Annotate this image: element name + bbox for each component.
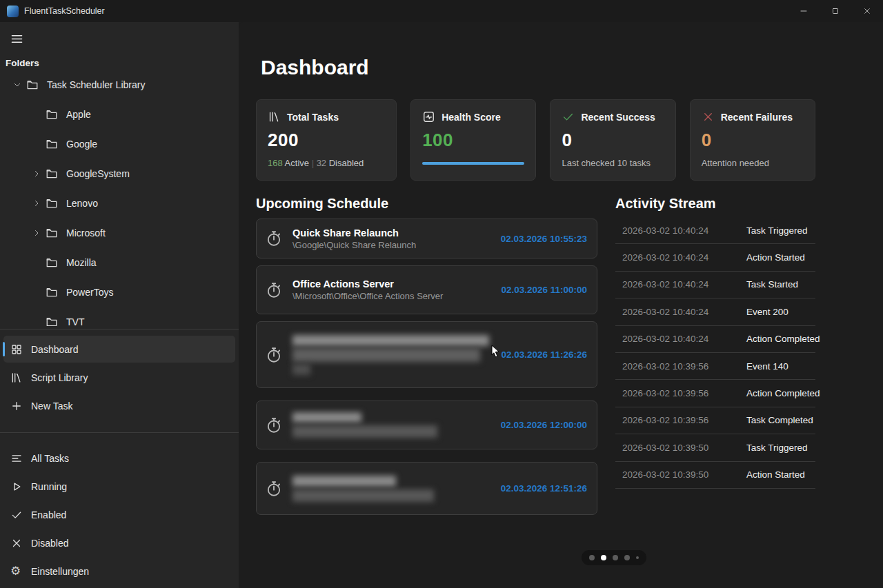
card-subtext: 168 Active | 32 Disabled xyxy=(268,158,385,168)
card-label: Recent Success xyxy=(581,112,655,123)
folder-icon xyxy=(46,227,66,239)
sidebar-item-label: Running xyxy=(31,481,67,492)
activity-event: Event 140 xyxy=(738,361,815,372)
chevron-right-icon[interactable] xyxy=(32,199,41,207)
window-title: FluentTaskScheduler xyxy=(24,6,105,16)
activity-row: 2026-03-02 10:39:50 Action Started xyxy=(615,462,815,489)
title-bar: FluentTaskScheduler xyxy=(0,0,883,22)
hamburger-menu-button[interactable] xyxy=(4,29,29,48)
play-icon xyxy=(10,480,31,493)
card-label: Total Tasks xyxy=(287,112,339,123)
activity-row: 2026-03-02 10:39:50 Task Triggered xyxy=(615,434,815,461)
activity-row: 2026-03-02 10:40:24 Action Started xyxy=(615,244,815,271)
minimize-icon xyxy=(800,7,808,15)
tree-item-lenovo[interactable]: Lenovo xyxy=(0,188,239,218)
task-path: \Google\Quick Share Relaunch xyxy=(292,240,494,250)
stat-card-recent-success: Recent Success 0 Last checked 10 tasks xyxy=(550,99,675,181)
close-icon xyxy=(863,7,871,15)
app-logo-icon xyxy=(7,6,19,17)
tree-item-label: TVT xyxy=(66,316,84,327)
carousel-dot-2[interactable] xyxy=(601,555,606,560)
activity-event: Task Triggered xyxy=(738,225,815,236)
chevron-right-icon[interactable] xyxy=(32,170,41,178)
stat-card-total-tasks: Total Tasks 200 168 Active | 32 Disabled xyxy=(256,99,397,181)
minimize-button[interactable] xyxy=(788,0,820,22)
sidebar-item-dashboard[interactable]: Dashboard xyxy=(3,336,235,363)
schedule-item[interactable]: 02.03.2026 12:00:00 xyxy=(256,401,597,449)
folder-icon xyxy=(46,316,66,327)
task-path: \Microsoft\Office\Office Actions Server xyxy=(292,291,494,301)
sidebar-divider xyxy=(0,329,239,330)
tree-item-label: GoogleSystem xyxy=(66,168,130,179)
folder-icon xyxy=(26,79,47,91)
chevron-down-icon[interactable] xyxy=(13,81,21,89)
activity-timestamp: 2026-03-02 10:39:56 xyxy=(622,361,738,372)
carousel-dot-5[interactable] xyxy=(636,556,639,559)
schedule-item[interactable]: 02.03.2026 12:51:26 xyxy=(256,462,597,515)
chevron-right-icon[interactable] xyxy=(32,229,41,237)
sidebar-item-enabled[interactable]: Enabled xyxy=(3,501,235,528)
nav-secondary: All Tasks Running Enabled Disabled ⚙ Ein… xyxy=(0,441,239,588)
task-name: Office Actions Server xyxy=(292,278,494,290)
tree-item-label: Mozilla xyxy=(66,257,97,268)
tree-item-microsoft[interactable]: Microsoft xyxy=(0,218,239,247)
library-icon xyxy=(268,110,281,123)
folders-heading: Folders xyxy=(6,58,239,68)
card-label: Recent Failures xyxy=(721,112,793,123)
selection-accent-bar xyxy=(3,370,5,385)
stat-card-recent-failures: Recent Failures 0 Attention needed xyxy=(690,99,815,181)
maximize-button[interactable] xyxy=(820,0,851,22)
activity-event: Action Started xyxy=(738,469,815,480)
tree-item-powertoys[interactable]: PowerToys xyxy=(0,277,239,307)
tree-item-mozilla[interactable]: Mozilla xyxy=(0,247,239,277)
folder-icon xyxy=(46,286,66,298)
tree-item-google[interactable]: Google xyxy=(0,129,239,159)
window-controls xyxy=(788,0,883,22)
sidebar-item-disabled[interactable]: Disabled xyxy=(3,529,235,556)
sidebar-item-label: All Tasks xyxy=(31,453,69,464)
activity-event: Action Completed xyxy=(738,334,820,344)
stopwatch-icon xyxy=(265,281,292,299)
sidebar-item-running[interactable]: Running xyxy=(3,473,235,500)
gear-icon: ⚙ xyxy=(10,565,31,578)
activity-timestamp: 2026-03-02 10:39:50 xyxy=(622,469,738,480)
dashboard-grid-icon xyxy=(10,343,31,356)
sidebar-item-label: Enabled xyxy=(31,509,66,520)
sidebar-item-label: Script Library xyxy=(31,372,88,383)
sidebar-item-label: Disabled xyxy=(31,538,68,549)
activity-event: Action Started xyxy=(738,252,815,263)
carousel-dot-4[interactable] xyxy=(624,555,630,560)
tree-item-googlesystem[interactable]: GoogleSystem xyxy=(0,159,239,188)
app-window: FluentTaskScheduler Folders Task Schedul… xyxy=(0,0,883,588)
upcoming-schedule-title: Upcoming Schedule xyxy=(256,196,597,212)
tree-item-label: Google xyxy=(66,139,97,150)
folder-icon xyxy=(46,138,66,150)
stopwatch-icon xyxy=(265,480,292,498)
carousel-dot-1[interactable] xyxy=(589,555,595,560)
activity-timestamp: 2026-03-02 10:39:50 xyxy=(622,443,738,453)
card-value: 100 xyxy=(422,130,524,151)
sidebar-item-einstellungen[interactable]: ⚙ Einstellungen xyxy=(3,558,235,585)
schedule-item[interactable]: Office Actions Server \Microsoft\Office\… xyxy=(256,265,597,314)
check-icon xyxy=(562,110,575,123)
tree-item-task-scheduler-library[interactable]: Task Scheduler Library xyxy=(0,70,239,99)
folder-icon xyxy=(46,168,66,180)
tree-item-apple[interactable]: Apple xyxy=(0,99,239,129)
activity-timestamp: 2026-03-02 10:40:24 xyxy=(622,334,738,344)
sidebar-item-script-library[interactable]: Script Library xyxy=(3,364,235,391)
carousel-dot-3[interactable] xyxy=(613,555,618,560)
schedule-item[interactable]: Quick Share Relaunch \Google\Quick Share… xyxy=(256,219,597,258)
folder-icon xyxy=(46,197,66,210)
stat-cards: Total Tasks 200 168 Active | 32 Disabled… xyxy=(256,99,815,181)
pulse-square-icon xyxy=(422,110,435,123)
redacted-task-text xyxy=(292,335,494,375)
sidebar-item-new-task[interactable]: New Task xyxy=(3,392,235,419)
schedule-item[interactable]: 02.03.2026 11:26:26 xyxy=(256,321,597,388)
sidebar-item-all-tasks[interactable]: All Tasks xyxy=(3,445,235,472)
stopwatch-icon xyxy=(265,230,292,247)
tree-item-tvt[interactable]: TVT xyxy=(0,307,239,326)
selection-accent-bar xyxy=(3,479,5,494)
close-button[interactable] xyxy=(851,0,883,22)
tree-item-label: Microsoft xyxy=(66,227,106,239)
activity-timestamp: 2026-03-02 10:40:24 xyxy=(622,307,738,317)
